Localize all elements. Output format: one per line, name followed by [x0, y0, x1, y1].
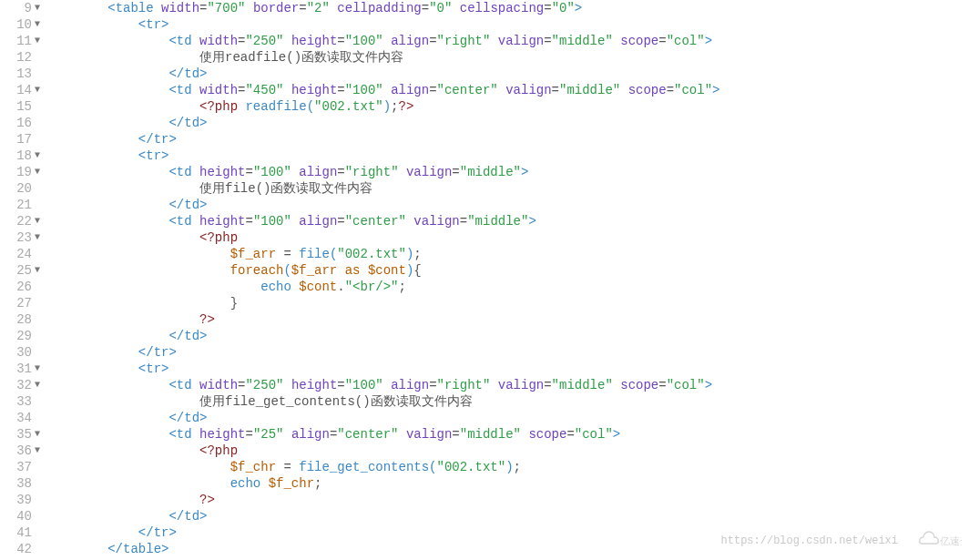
- code-line: <td height="25" align="center" valign="m…: [46, 426, 969, 443]
- code-line: <td height="100" align="center" valign="…: [46, 213, 969, 229]
- line-number: 41: [0, 524, 40, 541]
- fold-icon[interactable]: ▼: [35, 262, 40, 279]
- gutter: 9▼10▼11▼12 13 14▼15 16 17 18▼19▼20 21 22…: [0, 0, 46, 557]
- watermark-url: https://blog.csdn.net/weixi: [721, 535, 898, 547]
- line-number: 23▼: [0, 229, 40, 246]
- fold-icon[interactable]: ▼: [35, 377, 40, 393]
- line-number: 18▼: [0, 148, 40, 164]
- fold-icon[interactable]: ▼: [35, 164, 40, 180]
- line-number: 12: [0, 49, 40, 66]
- line-number: 29: [0, 328, 40, 344]
- code-line: <tr>: [46, 16, 969, 33]
- fold-icon[interactable]: ▼: [35, 361, 40, 377]
- line-number: 27: [0, 295, 40, 311]
- code-line: echo $f_chr;: [46, 475, 969, 492]
- code-line: <td width="250" height="100" align="righ…: [46, 33, 969, 49]
- fold-icon[interactable]: ▼: [35, 148, 40, 164]
- line-number: 17: [0, 131, 40, 148]
- line-number: 40: [0, 508, 40, 524]
- line-number: 19▼: [0, 164, 40, 180]
- svg-text:亿速云: 亿速云: [939, 535, 962, 546]
- line-number: 15: [0, 98, 40, 115]
- fold-icon[interactable]: ▼: [35, 33, 40, 49]
- code-line: <td width="450" height="100" align="cent…: [46, 82, 969, 98]
- code-line: 使用file()函数读取文件内容: [46, 180, 969, 197]
- code-line: <?php: [46, 229, 969, 246]
- code-line: $f_chr = file_get_contents("002.txt");: [46, 459, 969, 475]
- line-number: 33: [0, 393, 40, 410]
- code-line: foreach($f_arr as $cont){: [46, 262, 969, 279]
- line-number: 10▼: [0, 16, 40, 33]
- code-line: </td>: [46, 328, 969, 344]
- code-line: <table width="700" border="2" cellpaddin…: [46, 0, 969, 16]
- code-line: </td>: [46, 197, 969, 213]
- line-number: 38: [0, 475, 40, 492]
- line-number: 42: [0, 541, 40, 557]
- fold-icon[interactable]: ▼: [35, 213, 40, 229]
- code-line: <tr>: [46, 148, 969, 164]
- line-number: 11▼: [0, 33, 40, 49]
- code-line: </tr>: [46, 131, 969, 148]
- fold-icon[interactable]: ▼: [35, 426, 40, 443]
- code-line: <td height="100" align="right" valign="m…: [46, 164, 969, 180]
- line-number: 30: [0, 344, 40, 361]
- code-line: <td width="250" height="100" align="righ…: [46, 377, 969, 393]
- code-area[interactable]: <table width="700" border="2" cellpaddin…: [46, 0, 969, 557]
- fold-icon[interactable]: ▼: [35, 0, 40, 16]
- code-line: $f_arr = file("002.txt");: [46, 246, 969, 262]
- watermark: https://blog.csdn.net/weixi 亿速云: [721, 529, 962, 553]
- line-number: 32▼: [0, 377, 40, 393]
- cloud-logo-icon: 亿速云: [907, 529, 962, 553]
- code-line: }: [46, 295, 969, 311]
- line-number: 20: [0, 180, 40, 197]
- line-number: 14▼: [0, 82, 40, 98]
- line-number: 16: [0, 115, 40, 131]
- line-number: 35▼: [0, 426, 40, 443]
- line-number: 25▼: [0, 262, 40, 279]
- line-number: 31▼: [0, 361, 40, 377]
- line-number: 37: [0, 459, 40, 475]
- line-number: 13: [0, 66, 40, 82]
- line-number: 22▼: [0, 213, 40, 229]
- line-number: 21: [0, 197, 40, 213]
- line-number: 39: [0, 492, 40, 508]
- code-line: <?php readfile("002.txt");?>: [46, 98, 969, 115]
- line-number: 26: [0, 279, 40, 295]
- fold-icon[interactable]: ▼: [35, 229, 40, 246]
- code-line: ?>: [46, 311, 969, 328]
- code-line: </tr>: [46, 344, 969, 361]
- code-line: 使用readfile()函数读取文件内容: [46, 49, 969, 66]
- line-number: 36▼: [0, 443, 40, 459]
- code-line: <?php: [46, 443, 969, 459]
- code-line: echo $cont."<br/>";: [46, 279, 969, 295]
- code-line: 使用file_get_contents()函数读取文件内容: [46, 393, 969, 410]
- fold-icon[interactable]: ▼: [35, 16, 40, 33]
- code-editor: 9▼10▼11▼12 13 14▼15 16 17 18▼19▼20 21 22…: [0, 0, 969, 557]
- code-line: </td>: [46, 508, 969, 524]
- line-number: 24: [0, 246, 40, 262]
- line-number: 34: [0, 410, 40, 426]
- code-line: </td>: [46, 66, 969, 82]
- code-line: ?>: [46, 492, 969, 508]
- code-line: <tr>: [46, 361, 969, 377]
- line-number: 28: [0, 311, 40, 328]
- code-line: </td>: [46, 115, 969, 131]
- code-line: </td>: [46, 410, 969, 426]
- fold-icon[interactable]: ▼: [35, 82, 40, 98]
- line-number: 9▼: [0, 0, 40, 16]
- fold-icon[interactable]: ▼: [35, 443, 40, 459]
